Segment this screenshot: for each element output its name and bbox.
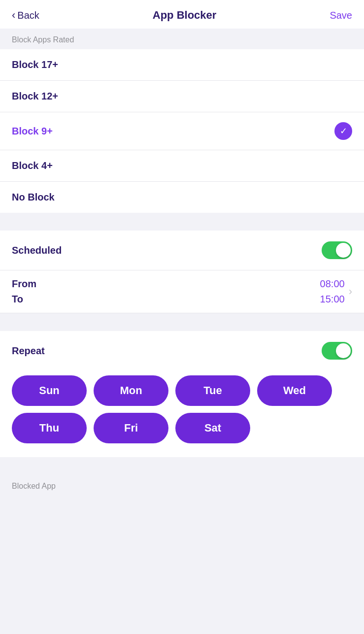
- day-tue-button[interactable]: Tue: [175, 375, 250, 406]
- check-icon: ✓: [334, 122, 352, 140]
- repeat-row: Repeat: [0, 331, 364, 370]
- save-button[interactable]: Save: [330, 10, 352, 21]
- from-time: 08:00: [320, 278, 345, 290]
- back-chevron-icon: ‹: [12, 9, 15, 22]
- days-grid: Sun Mon Tue Wed Thu Fri Sat: [0, 370, 364, 457]
- day-fri-button[interactable]: Fri: [94, 413, 168, 443]
- block17-row[interactable]: Block 17+: [0, 49, 364, 81]
- no-block-row[interactable]: No Block: [0, 182, 364, 213]
- day-mon-button[interactable]: Mon: [94, 375, 168, 406]
- from-to-row[interactable]: From To 08:00 15:00 ›: [0, 270, 364, 313]
- block4-row[interactable]: Block 4+: [0, 150, 364, 182]
- scheduled-toggle-knob: [336, 243, 351, 258]
- scheduled-label: Scheduled: [12, 245, 62, 256]
- back-button[interactable]: ‹ Back: [12, 9, 39, 22]
- block-apps-section-label: Block Apps Rated: [0, 29, 364, 49]
- from-label: From: [12, 278, 36, 290]
- from-to-labels: From To: [12, 278, 36, 305]
- back-label: Back: [17, 10, 39, 21]
- no-block-label: No Block: [12, 192, 55, 203]
- to-label: To: [12, 294, 36, 305]
- from-to-chevron-icon: ›: [349, 285, 352, 298]
- repeat-label: Repeat: [12, 345, 45, 357]
- block12-row[interactable]: Block 12+: [0, 81, 364, 112]
- scheduled-row: Scheduled: [0, 231, 364, 270]
- block-apps-card: Block 17+ Block 12+ Block 9+ ✓ Block 4+ …: [0, 49, 364, 213]
- block12-label: Block 12+: [12, 91, 58, 102]
- scheduled-section: Scheduled From To 08:00 15:00 ›: [0, 231, 364, 313]
- blocked-app-section: Blocked App: [0, 475, 364, 496]
- to-time: 15:00: [320, 294, 345, 305]
- block9-row[interactable]: Block 9+ ✓: [0, 112, 364, 150]
- page-title: App Blocker: [153, 9, 217, 22]
- section-gap-2: [0, 313, 364, 331]
- day-sun-button[interactable]: Sun: [12, 375, 87, 406]
- repeat-section: Repeat Sun Mon Tue Wed Thu Fri Sat: [0, 331, 364, 457]
- from-to-times: 08:00 15:00: [320, 278, 345, 305]
- header: ‹ Back App Blocker Save: [0, 0, 364, 29]
- day-wed-button[interactable]: Wed: [257, 375, 332, 406]
- repeat-toggle[interactable]: [322, 342, 352, 360]
- from-to-right: 08:00 15:00 ›: [320, 278, 352, 305]
- section-gap-1: [0, 213, 364, 231]
- blocked-app-label: Blocked App: [12, 482, 56, 490]
- block4-label: Block 4+: [12, 160, 53, 171]
- day-sat-button[interactable]: Sat: [175, 413, 250, 443]
- section-gap-3: [0, 457, 364, 475]
- block9-label: Block 9+: [12, 126, 53, 137]
- day-thu-button[interactable]: Thu: [12, 413, 87, 443]
- repeat-toggle-knob: [336, 343, 351, 358]
- scheduled-toggle[interactable]: [322, 241, 352, 259]
- block17-label: Block 17+: [12, 59, 58, 70]
